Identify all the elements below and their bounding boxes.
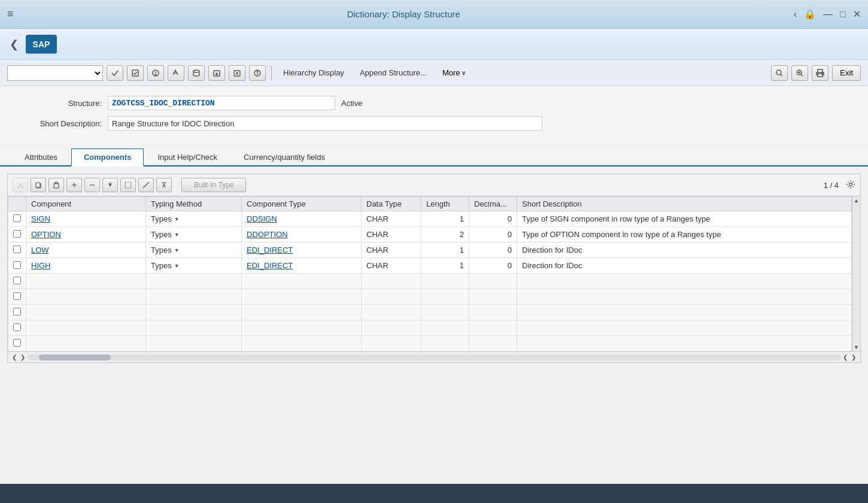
settings-icon[interactable] bbox=[846, 180, 855, 191]
page-info: 1 / 4 bbox=[824, 181, 839, 190]
row-length-1: 2 bbox=[421, 227, 469, 243]
vertical-scrollbar[interactable]: ▲ ▼ bbox=[852, 196, 860, 352]
back-button[interactable]: ❮ bbox=[10, 38, 19, 51]
svg-point-13 bbox=[776, 70, 781, 75]
close-icon[interactable]: ✕ bbox=[853, 8, 861, 20]
exit-button[interactable]: Exit bbox=[832, 65, 861, 81]
insert-row-button[interactable] bbox=[66, 178, 82, 192]
row-component-1[interactable]: OPTION bbox=[26, 227, 146, 243]
search-plus-button[interactable] bbox=[791, 65, 808, 81]
row-checkbox-0[interactable] bbox=[13, 214, 21, 222]
svg-line-14 bbox=[781, 74, 782, 76]
lock-icon[interactable]: 🔒 bbox=[804, 8, 816, 20]
title-bar-right: ‹ 🔒 — □ ✕ bbox=[794, 8, 861, 20]
row-datatype-2: CHAR bbox=[362, 243, 421, 258]
row-comptype-0[interactable]: DDSIGN bbox=[242, 211, 362, 227]
row-comptype-3[interactable]: EDI_DIRECT bbox=[242, 258, 362, 274]
tab-attributes[interactable]: Attributes bbox=[12, 149, 70, 165]
row-shortdesc-3: Direction for IDoc bbox=[517, 258, 852, 274]
svg-rect-20 bbox=[818, 74, 823, 77]
structure-input[interactable] bbox=[108, 96, 335, 110]
select-button[interactable] bbox=[120, 178, 136, 192]
tab-currency[interactable]: Currency/quantity fields bbox=[231, 149, 338, 165]
h-scroll-thumb[interactable] bbox=[39, 354, 111, 360]
row-comptype-2[interactable]: EDI_DIRECT bbox=[242, 243, 362, 258]
form-area: Structure: Active Short Description: bbox=[0, 86, 868, 146]
minimize-icon[interactable]: — bbox=[823, 9, 833, 20]
row-length-0: 1 bbox=[421, 211, 469, 227]
toolbar-btn-5[interactable] bbox=[188, 65, 205, 81]
row-check-3[interactable] bbox=[8, 258, 26, 274]
status-bar bbox=[0, 484, 868, 503]
table-header-row: Component Typing Method Component Type D… bbox=[8, 197, 852, 211]
table-main: Component Typing Method Component Type D… bbox=[8, 196, 852, 352]
delete-row-button[interactable] bbox=[84, 178, 100, 192]
toolbar-right: Exit bbox=[771, 65, 861, 81]
row-check-0[interactable] bbox=[8, 211, 26, 227]
row-checkbox-1[interactable] bbox=[13, 230, 21, 238]
col-header-datatype: Data Type bbox=[362, 197, 421, 211]
cut-button[interactable] bbox=[13, 178, 28, 192]
row-component-2[interactable]: LOW bbox=[26, 243, 146, 258]
tab-components[interactable]: Components bbox=[71, 149, 144, 166]
data-table: Component Typing Method Component Type D… bbox=[8, 196, 852, 352]
history-dropdown[interactable] bbox=[7, 65, 103, 81]
built-in-type-button[interactable]: Built-In Type bbox=[181, 178, 246, 192]
move-top-button[interactable] bbox=[156, 178, 172, 192]
back-icon[interactable]: ‹ bbox=[794, 9, 797, 20]
row-checkbox-2[interactable] bbox=[13, 246, 21, 253]
print-button[interactable] bbox=[812, 65, 828, 81]
main-toolbar: Hierarchy Display Append Structure... Mo… bbox=[0, 60, 868, 86]
scroll-left-end-button[interactable]: ❯ bbox=[849, 354, 858, 360]
svg-line-16 bbox=[801, 74, 803, 76]
toolbar-btn-4[interactable] bbox=[168, 65, 184, 81]
hierarchy-display-button[interactable]: Hierarchy Display bbox=[277, 65, 350, 81]
svg-point-12 bbox=[257, 71, 258, 72]
toolbar-btn-8[interactable] bbox=[249, 65, 266, 81]
horizontal-scroll-area[interactable]: ❮ ❯ ❮ ❯ bbox=[8, 352, 860, 362]
hamburger-icon[interactable]: ≡ bbox=[7, 8, 14, 20]
structure-label: Structure: bbox=[12, 99, 108, 108]
scroll-up-button[interactable]: ▲ bbox=[854, 196, 859, 205]
h-scroll-track[interactable] bbox=[27, 354, 841, 360]
scroll-right-end-button[interactable]: ❮ bbox=[841, 354, 849, 360]
scroll-down-button[interactable]: ▼ bbox=[854, 343, 859, 352]
row-shortdesc-1: Type of OPTION component in row type of … bbox=[517, 227, 852, 243]
move-down-button[interactable] bbox=[102, 178, 118, 192]
search-button[interactable] bbox=[771, 65, 788, 81]
row-decimal-3: 0 bbox=[469, 258, 517, 274]
row-length-3: 1 bbox=[421, 258, 469, 274]
toolbar-btn-1[interactable] bbox=[107, 65, 123, 81]
title-bar: ≡ Dictionary: Display Structure ‹ 🔒 — □ … bbox=[0, 0, 868, 29]
row-checkbox-3[interactable] bbox=[13, 261, 21, 269]
toolbar-btn-3[interactable] bbox=[147, 65, 164, 81]
table-container: Built-In Type 1 / 4 Component Typing Met… bbox=[7, 174, 861, 363]
row-check-2[interactable] bbox=[8, 243, 26, 258]
svg-point-21 bbox=[823, 72, 824, 74]
title-bar-left: ≡ bbox=[7, 8, 14, 20]
scroll-left-button[interactable]: ❮ bbox=[10, 354, 19, 360]
maximize-icon[interactable]: □ bbox=[840, 9, 846, 20]
table-row-empty bbox=[8, 320, 852, 336]
logo-bar: ❮ SAP bbox=[0, 29, 868, 60]
tabs-container: Attributes Components Input Help/Check C… bbox=[0, 149, 868, 166]
row-typing-2: Types ▼ bbox=[146, 243, 242, 258]
tab-inputhelp[interactable]: Input Help/Check bbox=[145, 149, 230, 165]
append-structure-button[interactable]: Append Structure... bbox=[354, 65, 433, 81]
paste-button[interactable] bbox=[48, 178, 64, 192]
table-row: LOW Types ▼ EDI_DIRECT CHAR 1 0 Directio… bbox=[8, 243, 852, 258]
row-component-0[interactable]: SIGN bbox=[26, 211, 146, 227]
copy-button[interactable] bbox=[31, 178, 46, 192]
deselect-button[interactable] bbox=[138, 178, 154, 192]
row-component-3[interactable]: HIGH bbox=[26, 258, 146, 274]
row-check-1[interactable] bbox=[8, 227, 26, 243]
toolbar-btn-2[interactable] bbox=[127, 65, 144, 81]
row-comptype-1[interactable]: DDOPTION bbox=[242, 227, 362, 243]
toolbar-btn-7[interactable] bbox=[229, 65, 245, 81]
col-header-comptype: Component Type bbox=[242, 197, 362, 211]
col-header-typing: Typing Method bbox=[146, 197, 242, 211]
scroll-right-button[interactable]: ❯ bbox=[19, 354, 27, 360]
short-desc-input[interactable] bbox=[108, 116, 542, 131]
toolbar-btn-6[interactable] bbox=[208, 65, 225, 81]
more-button[interactable]: More ∨ bbox=[436, 65, 472, 81]
